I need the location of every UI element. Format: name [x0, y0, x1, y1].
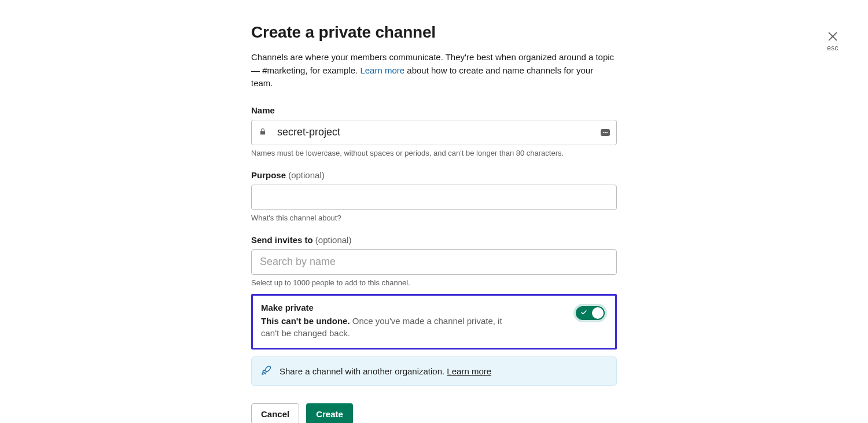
make-private-description: This can't be undone. Once you've made a…	[261, 315, 504, 340]
toggle-knob	[592, 307, 604, 319]
make-private-section: Make private This can't be undone. Once …	[251, 294, 617, 350]
share-learn-more-link[interactable]: Learn more	[447, 366, 491, 376]
invites-optional: (optional)	[315, 235, 352, 245]
dialog-buttons: Cancel Create	[251, 403, 617, 423]
invites-input-wrap	[251, 249, 617, 275]
invites-label: Send invites to (optional)	[251, 235, 617, 245]
channel-name-input[interactable]	[251, 120, 617, 145]
learn-more-link[interactable]: Learn more	[360, 65, 404, 75]
share-banner-text: Share a channel with another organizatio…	[279, 366, 491, 376]
close-icon	[826, 30, 839, 43]
dialog-subtitle: Channels are where your members communic…	[251, 51, 617, 90]
cancel-button[interactable]: Cancel	[251, 403, 299, 423]
purpose-optional: (optional)	[288, 170, 325, 180]
dialog-title: Create a private channel	[251, 23, 617, 42]
name-input-wrap: •••	[251, 120, 617, 145]
invites-search-input[interactable]	[251, 249, 617, 275]
create-button[interactable]: Create	[306, 403, 353, 423]
share-channel-banner: Share a channel with another organizatio…	[251, 356, 617, 386]
make-private-warning-bold: This can't be undone.	[261, 316, 350, 326]
char-indicator-icon: •••	[601, 129, 610, 136]
lock-icon	[259, 127, 266, 137]
purpose-input[interactable]	[251, 185, 617, 210]
purpose-help-text: What's this channel about?	[251, 214, 617, 222]
make-private-title: Make private	[261, 303, 504, 312]
invites-help-text: Select up to 1000 people to add to this …	[251, 278, 617, 287]
purpose-label-text: Purpose	[251, 170, 288, 180]
make-private-toggle[interactable]	[573, 304, 607, 322]
close-button[interactable]: esc	[826, 30, 839, 52]
esc-label: esc	[827, 44, 838, 52]
invites-label-text: Send invites to	[251, 235, 315, 245]
name-help-text: Names must be lowercase, without spaces …	[251, 149, 617, 157]
check-icon	[580, 308, 587, 318]
purpose-label: Purpose (optional)	[251, 170, 617, 180]
rocket-icon	[261, 365, 271, 377]
make-private-text: Make private This can't be undone. Once …	[261, 303, 504, 340]
create-channel-dialog: Create a private channel Channels are wh…	[251, 23, 617, 423]
purpose-input-wrap	[251, 185, 617, 210]
name-label: Name	[251, 105, 617, 115]
share-text: Share a channel with another organizatio…	[279, 366, 447, 376]
